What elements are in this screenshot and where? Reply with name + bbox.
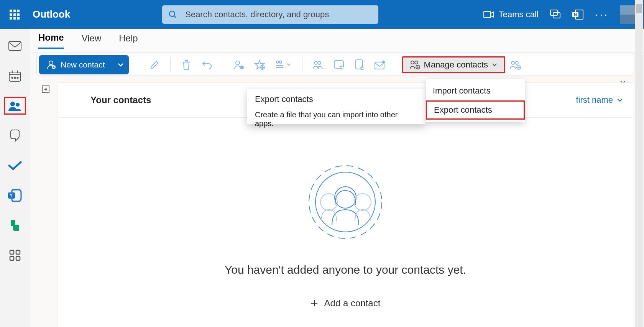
scrollbar-thumb[interactable] [636, 4, 642, 13]
contacts-body: You haven't added anyone to your contact… [58, 118, 633, 327]
tooltip-title: Export contacts [255, 94, 418, 104]
new-contact-dropdown-button[interactable] [113, 55, 129, 74]
svg-rect-9 [9, 72, 21, 81]
svg-point-16 [10, 102, 15, 106]
add-contact-link[interactable]: Add a contact [310, 298, 381, 309]
svg-rect-21 [16, 250, 20, 254]
more-icon[interactable]: ··· [595, 8, 609, 21]
svg-point-37 [318, 61, 321, 64]
svg-rect-20 [10, 250, 14, 254]
plus-icon [310, 299, 318, 307]
separator [223, 58, 223, 72]
search-box[interactable] [162, 5, 378, 24]
new-contact-label: New contact [61, 60, 105, 69]
svg-rect-8 [9, 41, 21, 51]
svg-rect-2 [484, 12, 491, 18]
svg-text:+: + [261, 66, 264, 70]
favorite-button[interactable]: + [249, 56, 270, 73]
svg-text:Y: Y [10, 193, 13, 198]
svg-point-24 [49, 61, 53, 65]
sort-label-text: first name [576, 95, 613, 105]
search-input[interactable] [177, 10, 372, 20]
add-contact-label: Add a contact [324, 298, 381, 309]
mail-notify-button[interactable] [370, 56, 391, 73]
send-card-button[interactable] [329, 56, 349, 73]
rail-calendar[interactable] [4, 67, 26, 85]
svg-point-36 [314, 61, 317, 64]
dropdown-import-contacts[interactable]: Import contacts [426, 81, 525, 100]
rail-more-apps[interactable] [4, 246, 26, 264]
onenote-icon[interactable]: N [572, 10, 584, 20]
svg-point-0 [169, 11, 175, 16]
add-to-group-button[interactable]: + [228, 56, 249, 73]
new-contact-button[interactable]: + New contact [39, 55, 113, 74]
separator [170, 58, 171, 72]
chevron-down-icon [617, 98, 623, 102]
svg-rect-22 [10, 256, 14, 260]
svg-rect-42 [375, 62, 384, 69]
delete-button[interactable] [176, 56, 197, 73]
svg-point-43 [411, 61, 414, 64]
collapse-pane-icon[interactable] [41, 85, 50, 94]
svg-point-52 [315, 172, 375, 232]
svg-point-32 [276, 61, 279, 63]
svg-rect-23 [16, 256, 20, 260]
rail-bookings[interactable] [4, 217, 26, 234]
import-contacts-label: Import contacts [433, 86, 490, 96]
svg-point-27 [236, 61, 240, 65]
edit-button[interactable] [144, 56, 165, 73]
empty-illustration [305, 164, 386, 240]
share-contact-button[interactable] [308, 56, 329, 73]
home-toolbar: + New contact + + Manage contacts [36, 54, 633, 76]
svg-text:+: + [241, 66, 243, 70]
app-launcher-icon[interactable] [4, 4, 25, 25]
search-icon [168, 10, 177, 19]
svg-point-14 [15, 77, 16, 79]
svg-point-33 [279, 61, 282, 63]
nav-rail: Y [0, 29, 30, 327]
empty-text: You haven't added anyone to your contact… [225, 263, 466, 276]
export-card-button[interactable] [349, 56, 370, 73]
app-title: Outlook [33, 8, 70, 20]
ribbon-tabs: Home View Help [30, 29, 644, 53]
svg-point-55 [354, 194, 371, 210]
chevron-down-icon [492, 63, 497, 67]
rail-yammer[interactable]: Y [4, 187, 26, 204]
video-icon [483, 11, 494, 18]
tab-view[interactable]: View [82, 33, 102, 48]
export-contacts-label: Export contacts [434, 105, 492, 115]
export-tooltip: Export contacts Create a file that you c… [247, 89, 426, 124]
svg-point-46 [511, 61, 514, 64]
svg-point-47 [515, 61, 518, 64]
rail-mail[interactable] [4, 37, 26, 55]
sort-dropdown[interactable]: first name [576, 95, 623, 105]
separator [302, 58, 302, 72]
new-contact-split-button: + New contact [39, 55, 129, 74]
rail-files[interactable] [4, 127, 26, 145]
tooltip-desc: Create a file that you can import into o… [255, 110, 418, 128]
undo-button[interactable] [197, 56, 217, 73]
add-to-list-button[interactable] [270, 56, 297, 73]
chat-icon[interactable] [550, 10, 561, 20]
manage-contacts-button[interactable]: Manage contacts [402, 56, 506, 73]
page-title: Your contacts [90, 95, 151, 105]
rail-todo[interactable] [4, 157, 26, 174]
manage-contacts-dropdown: Import contacts Export contacts [426, 79, 525, 122]
teams-call-button[interactable]: Teams call [483, 10, 539, 20]
svg-point-15 [17, 77, 18, 79]
scrollbar[interactable] [635, 0, 643, 327]
svg-point-17 [16, 103, 20, 107]
manage-contacts-label: Manage contacts [424, 60, 488, 70]
teams-call-label: Teams call [499, 10, 539, 20]
svg-point-53 [335, 187, 356, 208]
tab-home[interactable]: Home [38, 32, 64, 49]
svg-point-44 [415, 61, 418, 64]
header-right: Teams call N ··· [483, 5, 639, 24]
contact-settings-button[interactable] [505, 56, 526, 73]
dropdown-export-contacts[interactable]: Export contacts [426, 100, 525, 120]
svg-text:+: + [53, 65, 55, 69]
tab-help[interactable]: Help [119, 33, 138, 48]
suite-header: Outlook Teams call N ··· [0, 0, 644, 29]
rail-people[interactable] [4, 97, 26, 115]
svg-text:N: N [574, 12, 577, 17]
